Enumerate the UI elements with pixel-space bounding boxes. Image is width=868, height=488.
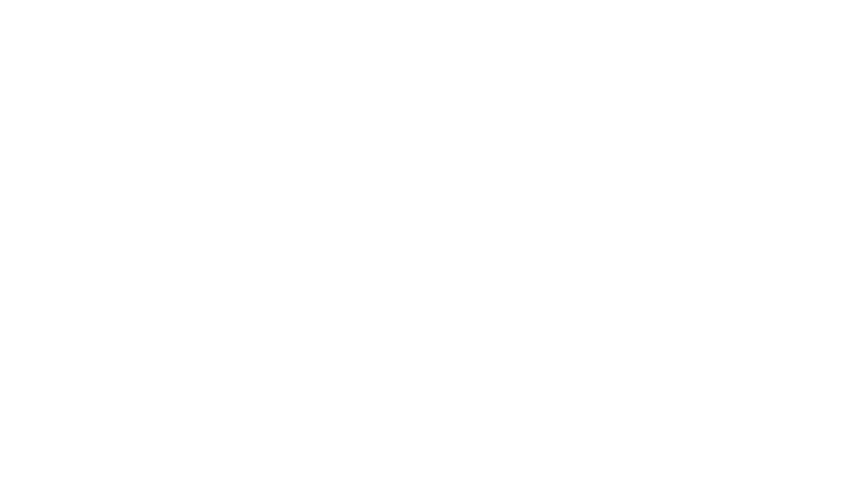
connections-svg: [0, 0, 868, 488]
diagram-container: [0, 0, 868, 488]
